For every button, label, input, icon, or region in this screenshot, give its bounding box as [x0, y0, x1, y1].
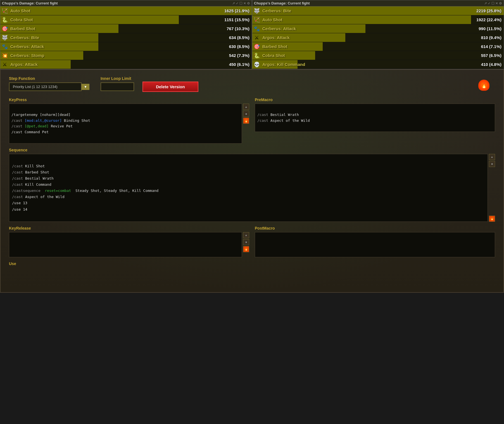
top-panels: Chupps's Damage: Current fight ↗ ✓ ☐ ✕ ⚙… [0, 0, 504, 69]
postmacro-textarea[interactable] [255, 232, 495, 257]
ability-icon: 🐺 [0, 33, 9, 42]
table-row: 🎯Barbed Shot614 (7.1%) [252, 42, 504, 51]
ability-value: 1625 (21.9%) [224, 8, 252, 13]
ability-name: Cobra Shot [9, 17, 224, 22]
ability-value: 1922 (22.4%) [476, 17, 504, 22]
ability-value: 767 (10.3%) [227, 26, 252, 31]
keyrelease-section: KeyRelease ▲ ■ 🔥 [9, 226, 249, 257]
panel-icon-close[interactable]: ✕ [243, 1, 246, 5]
ability-value: 634 (8.5%) [229, 35, 252, 40]
panel-icon-copy[interactable]: ☐ [239, 1, 243, 5]
keypress-sidebar: ▲ ■ 🔥 [243, 104, 249, 144]
keypress-label: KeyPress [9, 97, 249, 102]
sequence-up-btn[interactable]: ▲ [489, 154, 495, 160]
table-row: 🐾Cerberus: Attack990 (11.5%) [252, 24, 504, 33]
macro-editor: 🔥 Step Function Priority List (1 12 123 … [0, 69, 504, 293]
ability-value: 557 (6.5%) [481, 53, 504, 58]
premacro-textarea[interactable]: /cast Bestial Wrath /cast Aspect of the … [255, 104, 495, 132]
delete-version-btn[interactable]: Delete Version [142, 82, 198, 92]
ability-value: 630 (8.5%) [229, 44, 252, 49]
ability-name: Cerberus: Bite [9, 35, 229, 40]
table-row: 🏹Auto Shot1625 (21.9%) [0, 6, 252, 15]
panel-icons-right: ↗ ✓ ☐ ✕ ⚙ [484, 1, 502, 5]
ability-value: 450 (6.1%) [229, 62, 252, 67]
table-row: 🐍Cobra Shot557 (6.5%) [252, 51, 504, 60]
ability-icon: 💀 [252, 60, 261, 69]
ability-name: Auto Shot [261, 17, 476, 22]
panel-icon-copy-r[interactable]: ☐ [491, 1, 495, 5]
ability-name: Barbed Shot [261, 44, 481, 49]
ability-value: 2219 (25.8%) [476, 8, 504, 13]
keypress-premacro-row: KeyPress /targetenemy [noharm][dead] /ca… [9, 97, 495, 144]
keyrelease-postmacro-row: KeyRelease ▲ ■ 🔥 PostMacro [9, 226, 495, 257]
ability-name: Barbed Shot [9, 26, 227, 31]
sequence-label: Sequence [9, 148, 495, 152]
sequence-container: /cast Kill Shot /cast Barbed Shot /cast … [9, 154, 495, 222]
panel-header-right: Chupps's Damage: Current fight ↗ ✓ ☐ ✕ ⚙ [252, 0, 504, 6]
keyrelease-fire-btn[interactable]: 🔥 [243, 246, 249, 252]
postmacro-label: PostMacro [255, 226, 495, 230]
left-damage-rows: 🏹Auto Shot1625 (21.9%)🐍Cobra Shot1151 (1… [0, 6, 252, 69]
keypress-mid-btn[interactable]: ■ [243, 111, 249, 117]
ability-icon: 🐍 [0, 15, 9, 24]
panel-icon-gear[interactable]: ⚙ [247, 1, 250, 5]
table-row: 🎯Barbed Shot767 (10.3%) [0, 24, 252, 33]
dropdown-arrow-btn[interactable]: ▼ [82, 84, 89, 90]
keyrelease-up-btn[interactable]: ▲ [243, 232, 249, 238]
keyrelease-mid-btn[interactable]: ■ [243, 239, 249, 245]
table-row: ⚔Argos: Attack450 (6.1%) [0, 60, 252, 69]
ability-icon: ⚔ [0, 60, 9, 69]
panel-icon-arrow[interactable]: ↗ [232, 1, 235, 5]
ability-name: Cobra Shot [261, 53, 481, 58]
keyrelease-label: KeyRelease [9, 226, 249, 230]
ability-icon: 🏹 [252, 15, 261, 24]
premacro-section: PreMacro /cast Bestial Wrath /cast Aspec… [255, 97, 495, 144]
panel-icon-gear-r[interactable]: ⚙ [499, 1, 502, 5]
inner-loop-input[interactable] [101, 82, 134, 91]
macro-content: 🔥 Step Function Priority List (1 12 123 … [9, 75, 495, 266]
ability-icon: 💥 [0, 51, 9, 60]
panel-icon-close-r[interactable]: ✕ [495, 1, 498, 5]
ability-name: Auto Shot [9, 8, 224, 13]
panel-icon-check-r[interactable]: ✓ [488, 1, 491, 5]
panel-icon-arrow-r[interactable]: ↗ [484, 1, 487, 5]
keyrelease-sidebar: ▲ ■ 🔥 [243, 232, 249, 257]
sequence-sidebar: ▲ ■ 🔥 [489, 154, 495, 222]
ability-icon: 🏹 [0, 6, 9, 15]
ability-name: Cerberus: Bite [261, 8, 476, 13]
keypress-fire-btn[interactable]: 🔥 [243, 118, 249, 124]
ability-icon: ⚔ [252, 33, 261, 42]
panel-title-left: Chupps's Damage: Current fight [2, 1, 58, 5]
keypress-up-btn[interactable]: ▲ [243, 104, 249, 110]
inner-loop-label: Inner Loop Limit [101, 76, 134, 81]
ability-icon: 🐾 [252, 24, 261, 33]
sequence-textarea[interactable]: /cast Kill Shot /cast Barbed Shot /cast … [9, 154, 488, 222]
fire-icon[interactable]: 🔥 [478, 80, 489, 91]
table-row: ⚔Argos: Attack810 (9.4%) [252, 33, 504, 42]
ability-name: Argos: Attack [261, 35, 481, 40]
keyrelease-textarea[interactable] [9, 232, 242, 257]
panel-icons-left: ↗ ✓ ☐ ✕ ⚙ [232, 1, 250, 5]
panel-icon-check[interactable]: ✓ [236, 1, 239, 5]
ability-name: Cerberus: Attack [261, 26, 479, 31]
sequence-fire-btn[interactable]: 🔥 [489, 216, 495, 222]
table-row: 💀Argos: Kill Command410 (4.8%) [252, 60, 504, 69]
sequence-mid-btn[interactable]: ■ [489, 161, 495, 167]
ability-name: Cerberus: Stomp [9, 53, 229, 58]
table-row: 🐍Cobra Shot1151 (15.5%) [0, 15, 252, 24]
ability-name: Argos: Kill Command [261, 62, 481, 67]
table-row: 💥Cerberus: Stomp542 (7.3%) [0, 51, 252, 60]
ability-value: 542 (7.3%) [229, 53, 252, 58]
priority-dropdown[interactable]: Priority List (1 12 123 1234) [9, 82, 82, 91]
ability-icon: 🐾 [0, 42, 9, 51]
ability-value: 810 (9.4%) [481, 35, 504, 40]
table-row: 🐺Cerberus: Bite2219 (25.8%) [252, 6, 504, 15]
keypress-section: KeyPress /targetenemy [noharm][dead] /ca… [9, 97, 249, 144]
ability-icon: 🐺 [252, 6, 261, 15]
panel-header-left: Chupps's Damage: Current fight ↗ ✓ ☐ ✕ ⚙ [0, 0, 252, 6]
ability-name: Argos: Attack [9, 62, 229, 67]
damage-panel-left: Chupps's Damage: Current fight ↗ ✓ ☐ ✕ ⚙… [0, 0, 252, 69]
postmacro-container [255, 232, 495, 257]
keypress-textarea[interactable]: /targetenemy [noharm][dead] /cast [mod:a… [9, 104, 242, 144]
right-damage-rows: 🐺Cerberus: Bite2219 (25.8%)🏹Auto Shot192… [252, 6, 504, 69]
